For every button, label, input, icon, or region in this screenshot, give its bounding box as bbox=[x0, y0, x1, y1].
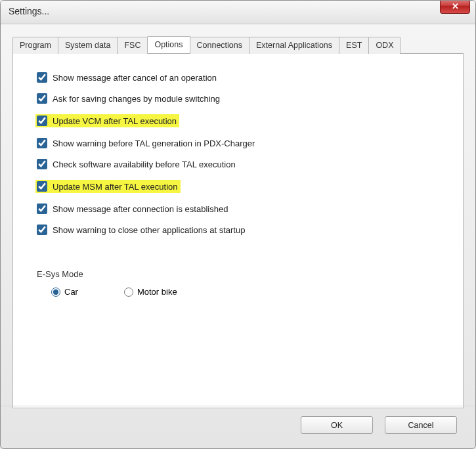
checkbox-row-sw-avail: Check software availability before TAL e… bbox=[37, 159, 236, 169]
tab-external-applications[interactable]: External Applications bbox=[249, 37, 339, 54]
checkbox-row-msm: Update MSM after TAL execution bbox=[35, 180, 181, 193]
divider bbox=[1, 406, 475, 406]
tab-system-data[interactable]: System data bbox=[58, 37, 118, 54]
checkbox-cancel-label[interactable]: Show message after cancel of an operatio… bbox=[53, 73, 217, 83]
checkbox-vcm[interactable] bbox=[37, 116, 47, 126]
tab-list: Program System data FSC Options Connecti… bbox=[12, 36, 464, 54]
radio-car[interactable] bbox=[51, 288, 60, 297]
ok-button[interactable]: OK bbox=[301, 416, 373, 434]
checkbox-msm[interactable] bbox=[37, 181, 47, 192]
checkbox-vcm-label[interactable]: Update VCM after TAL execution bbox=[53, 116, 177, 126]
checkbox-conn[interactable] bbox=[37, 203, 47, 214]
checkbox-sw-avail[interactable] bbox=[37, 159, 47, 169]
tab-fsc[interactable]: FSC bbox=[117, 37, 148, 54]
close-icon: ✕ bbox=[452, 1, 459, 11]
checkbox-cancel[interactable] bbox=[37, 72, 47, 83]
checkbox-row-conn: Show message after connection is establi… bbox=[37, 203, 228, 214]
dialog-buttons: OK Cancel bbox=[301, 416, 457, 434]
tab-options[interactable]: Options bbox=[147, 36, 190, 53]
tab-pane-options: Show message after cancel of an operatio… bbox=[12, 54, 464, 408]
tabset: Program System data FSC Options Connecti… bbox=[12, 36, 464, 408]
esys-mode-section: E-Sys Mode Car Motor bike bbox=[37, 269, 439, 297]
checkbox-save-label[interactable]: Ask for saving changes by module switchi… bbox=[53, 94, 220, 104]
radio-car-label[interactable]: Car bbox=[64, 287, 78, 297]
tab-est[interactable]: EST bbox=[339, 37, 369, 54]
radio-item-car: Car bbox=[51, 287, 78, 297]
esys-mode-title: E-Sys Mode bbox=[37, 269, 439, 279]
checkbox-row-startup: Show warning to close other applications… bbox=[37, 224, 245, 235]
checkbox-row-warn-tal: Show warning before TAL generation in PD… bbox=[37, 138, 255, 148]
checkbox-sw-avail-label[interactable]: Check software availability before TAL e… bbox=[53, 160, 236, 169]
tab-program[interactable]: Program bbox=[12, 37, 58, 54]
esys-mode-radios: Car Motor bike bbox=[51, 287, 439, 297]
checkbox-warn-tal-label[interactable]: Show warning before TAL generation in PD… bbox=[53, 139, 255, 148]
checkbox-startup-label[interactable]: Show warning to close other applications… bbox=[53, 225, 245, 235]
cancel-button[interactable]: Cancel bbox=[385, 416, 457, 434]
checkbox-row-vcm: Update VCM after TAL execution bbox=[35, 114, 179, 127]
radio-motorbike-label[interactable]: Motor bike bbox=[137, 287, 177, 297]
titlebar: Settings... ✕ bbox=[1, 1, 475, 24]
checkbox-row-cancel: Show message after cancel of an operatio… bbox=[37, 72, 217, 83]
checkbox-conn-label[interactable]: Show message after connection is establi… bbox=[53, 204, 228, 214]
checkbox-save[interactable] bbox=[37, 93, 47, 104]
checkbox-startup[interactable] bbox=[37, 224, 47, 235]
tab-connections[interactable]: Connections bbox=[190, 37, 250, 54]
checkbox-row-save: Ask for saving changes by module switchi… bbox=[37, 93, 220, 104]
radio-motorbike[interactable] bbox=[124, 288, 133, 297]
window-title: Settings... bbox=[9, 6, 49, 16]
settings-window: Settings... ✕ Program System data FSC Op… bbox=[0, 0, 476, 449]
checkbox-msm-label[interactable]: Update MSM after TAL execution bbox=[53, 182, 178, 192]
radio-item-motorbike: Motor bike bbox=[124, 287, 177, 297]
close-button[interactable]: ✕ bbox=[440, 0, 470, 14]
tab-odx[interactable]: ODX bbox=[368, 37, 400, 54]
checkbox-warn-tal[interactable] bbox=[37, 138, 47, 148]
